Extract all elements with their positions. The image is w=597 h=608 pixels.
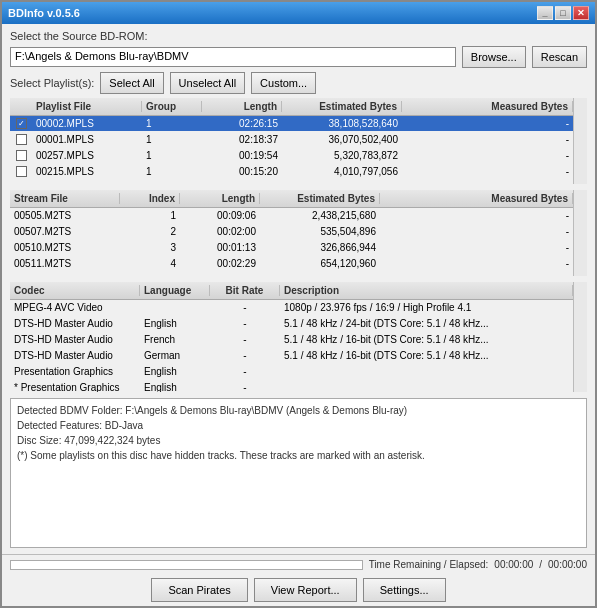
view-report-button[interactable]: View Report...: [254, 578, 357, 602]
playlist-group: 1: [142, 166, 202, 177]
codec-name: Presentation Graphics: [10, 366, 140, 377]
stream-row[interactable]: 00505.M2TS 1 00:09:06 2,438,215,680 -: [10, 208, 573, 224]
th-s-length: Length: [180, 193, 260, 204]
codec-bitrate: -: [210, 334, 280, 345]
stream-index: 4: [120, 258, 180, 269]
unselect-all-button[interactable]: Unselect All: [170, 72, 245, 94]
codec-bitrate: -: [210, 350, 280, 361]
codec-language: English: [140, 318, 210, 329]
th-est-bytes: Estimated Bytes: [282, 101, 402, 112]
playlist-group: 1: [142, 118, 202, 129]
playlist-est-bytes: 36,070,502,400: [282, 134, 402, 145]
minimize-button[interactable]: _: [537, 6, 553, 20]
bottom-buttons: Scan Pirates View Report... Settings...: [2, 574, 595, 606]
codec-row[interactable]: DTS-HD Master Audio English - 5.1 / 48 k…: [10, 316, 573, 332]
stream-row[interactable]: 00510.M2TS 3 00:01:13 326,866,944 -: [10, 240, 573, 256]
playlist-row[interactable]: 00002.MPLS 1 02:26:15 38,108,528,640 -: [10, 116, 573, 132]
stream-row[interactable]: 00507.M2TS 2 00:02:00 535,504,896 -: [10, 224, 573, 240]
status-time1: 00:00:00: [494, 559, 533, 570]
source-path[interactable]: F:\Angels & Demons Blu-ray\BDMV: [10, 47, 456, 67]
stream-length: 00:09:06: [180, 210, 260, 221]
codec-bitrate: -: [210, 302, 280, 313]
codec-description: 5.1 / 48 kHz / 24-bit (DTS Core: 5.1 / 4…: [280, 318, 573, 329]
playlist-row[interactable]: 00001.MPLS 1 02:18:37 36,070,502,400 -: [10, 132, 573, 148]
th-group: Group: [142, 101, 202, 112]
playlist-table-header: Playlist File Group Length Estimated Byt…: [10, 98, 573, 116]
select-all-button[interactable]: Select All: [100, 72, 163, 94]
playlist-row[interactable]: 00215.MPLS 1 00:15:20 4,010,797,056 -: [10, 164, 573, 180]
stream-est-bytes: 326,866,944: [260, 242, 380, 253]
playlist-scrollbar[interactable]: [573, 98, 587, 184]
codec-table-body: MPEG-4 AVC Video - 1080p / 23.976 fps / …: [10, 300, 573, 392]
playlist-group: 1: [142, 150, 202, 161]
playlist-checkbox[interactable]: [10, 134, 32, 145]
title-bar-buttons: _ □ ✕: [537, 6, 589, 20]
stream-file: 00505.M2TS: [10, 210, 120, 221]
status-separator: /: [539, 559, 542, 570]
close-button[interactable]: ✕: [573, 6, 589, 20]
checkbox-indicator: [16, 118, 27, 129]
codec-bitrate: -: [210, 318, 280, 329]
playlist-meas-bytes: -: [402, 118, 573, 129]
stream-scrollbar[interactable]: [573, 190, 587, 276]
stream-file: 00511.M2TS: [10, 258, 120, 269]
codec-bitrate: -: [210, 382, 280, 392]
stream-index: 1: [120, 210, 180, 221]
status-bar: Time Remaining / Elapsed: 00:00:00 / 00:…: [2, 554, 595, 574]
checkbox-indicator: [16, 166, 27, 177]
th-stream-file: Stream File: [10, 193, 120, 204]
info-line3: Disc Size: 47,099,422,324 bytes: [17, 433, 580, 448]
codec-language: German: [140, 350, 210, 361]
stream-meas-bytes: -: [380, 242, 573, 253]
maximize-button[interactable]: □: [555, 6, 571, 20]
content-area: Select the Source BD-ROM: F:\Angels & De…: [2, 24, 595, 554]
window-title: BDInfo v.0.5.6: [8, 7, 80, 19]
codec-name: DTS-HD Master Audio: [10, 350, 140, 361]
playlist-row[interactable]: 00257.MPLS 1 00:19:54 5,320,783,872 -: [10, 148, 573, 164]
scan-button[interactable]: Scan Pirates: [151, 578, 247, 602]
playlist-est-bytes: 38,108,528,640: [282, 118, 402, 129]
playlist-table-body: 00002.MPLS 1 02:26:15 38,108,528,640 - 0…: [10, 116, 573, 184]
title-bar: BDInfo v.0.5.6 _ □ ✕: [2, 2, 595, 24]
checkbox-indicator: [16, 150, 27, 161]
custom-button[interactable]: Custom...: [251, 72, 316, 94]
codec-row[interactable]: DTS-HD Master Audio French - 5.1 / 48 kH…: [10, 332, 573, 348]
codec-description: 5.1 / 48 kHz / 16-bit (DTS Core: 5.1 / 4…: [280, 334, 573, 345]
codec-row[interactable]: Presentation Graphics English -: [10, 364, 573, 380]
codec-name: MPEG-4 AVC Video: [10, 302, 140, 313]
main-window: BDInfo v.0.5.6 _ □ ✕ Select the Source B…: [0, 0, 597, 608]
stream-meas-bytes: -: [380, 258, 573, 269]
playlist-checkbox[interactable]: [10, 118, 32, 129]
checkbox-indicator: [16, 134, 27, 145]
codec-bitrate: -: [210, 366, 280, 377]
browse-button[interactable]: Browse...: [462, 46, 526, 68]
stream-file: 00507.M2TS: [10, 226, 120, 237]
playlist-file: 00001.MPLS: [32, 134, 142, 145]
stream-table-header: Stream File Index Length Estimated Bytes…: [10, 190, 573, 208]
playlist-group: 1: [142, 134, 202, 145]
th-codec: Codec: [10, 285, 140, 296]
playlist-est-bytes: 5,320,783,872: [282, 150, 402, 161]
codec-row[interactable]: DTS-HD Master Audio German - 5.1 / 48 kH…: [10, 348, 573, 364]
codec-row[interactable]: * Presentation Graphics English -: [10, 380, 573, 392]
info-line2: Detected Features: BD-Java: [17, 418, 580, 433]
stream-row[interactable]: 00511.M2TS 4 00:02:29 654,120,960 -: [10, 256, 573, 272]
codec-description: 1080p / 23.976 fps / 16:9 / High Profile…: [280, 302, 573, 313]
playlist-file: 00257.MPLS: [32, 150, 142, 161]
th-length: Length: [202, 101, 282, 112]
codec-table-header: Codec Language Bit Rate Description: [10, 282, 573, 300]
playlist-length: 00:15:20: [202, 166, 282, 177]
playlist-checkbox[interactable]: [10, 166, 32, 177]
playlist-checkbox[interactable]: [10, 150, 32, 161]
playlist-section: Playlist File Group Length Estimated Byt…: [10, 98, 587, 186]
stream-meas-bytes: -: [380, 226, 573, 237]
settings-button[interactable]: Settings...: [363, 578, 446, 602]
codec-row[interactable]: MPEG-4 AVC Video - 1080p / 23.976 fps / …: [10, 300, 573, 316]
rescan-button[interactable]: Rescan: [532, 46, 587, 68]
codec-scrollbar[interactable]: [573, 282, 587, 392]
stream-table-body: 00505.M2TS 1 00:09:06 2,438,215,680 - 00…: [10, 208, 573, 276]
stream-meas-bytes: -: [380, 210, 573, 221]
stream-est-bytes: 2,438,215,680: [260, 210, 380, 221]
status-time-label: Time Remaining / Elapsed:: [369, 559, 489, 570]
select-playlists-label: Select Playlist(s):: [10, 77, 94, 89]
